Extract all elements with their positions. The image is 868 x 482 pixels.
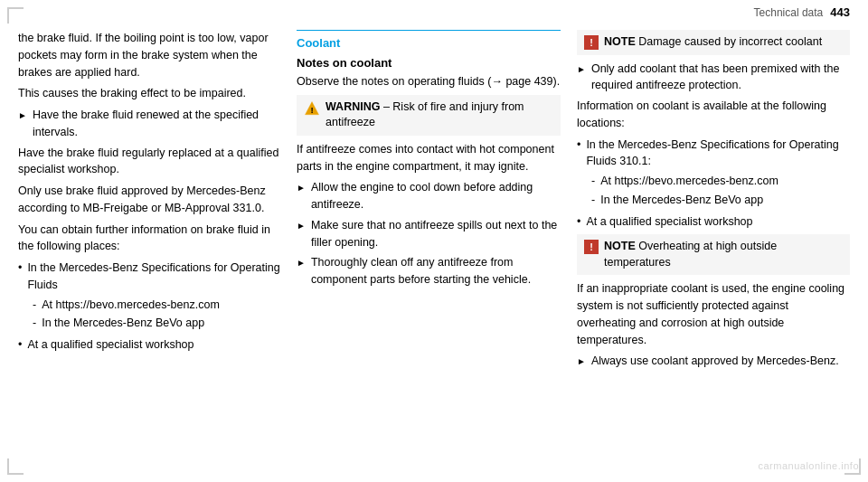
- r-dash-text-2: In the Mercedes-Benz BeVo app: [600, 192, 763, 209]
- corner-mark-tl: [7, 7, 24, 24]
- notes-text: Observe the notes on operating fluids (→…: [297, 73, 561, 90]
- antifreeze-text: If antifreeze comes into contact with ho…: [297, 141, 561, 175]
- r-dash-item-1: - At https://bevo.mercedes-benz.com: [591, 173, 850, 190]
- bullet-dot-2: •: [18, 336, 22, 354]
- content-area: the brake fluid. If the boiling point is…: [0, 23, 868, 472]
- middle-arrow-1: ► Allow the engine to cool down before a…: [297, 179, 561, 213]
- bullet-list-right: • In the Mercedes-Benz Specifications fo…: [577, 137, 850, 231]
- page-number: 443: [830, 5, 850, 19]
- warning-text: WARNING – Risk of fire and injury from a…: [326, 99, 553, 131]
- note-text-1: NOTE Damage caused by incorrect coolant: [604, 34, 822, 51]
- note-label-2: NOTE: [604, 240, 636, 252]
- info-text: Information on coolant is available at t…: [577, 98, 850, 132]
- r-dash-mark-2: -: [591, 192, 595, 209]
- warning-box: ! WARNING – Risk of fire and injury from…: [297, 95, 561, 136]
- header-bar: Technical data 443: [0, 0, 868, 23]
- note-box-2: ! NOTE Overheating at high outside tempe…: [577, 234, 850, 275]
- note-body-1: Damage caused by incorrect coolant: [638, 35, 822, 48]
- header-title: Technical data: [754, 6, 824, 19]
- dash-list-left: - At https://bevo.mercedes-benz.com - In…: [18, 297, 280, 333]
- bullet-text-2: At a qualified specialist workshop: [27, 336, 193, 354]
- corner-mark-bl: [7, 458, 24, 475]
- note-text-2: NOTE Overheating at high outside tempera…: [604, 239, 843, 270]
- dash-mark-2: -: [33, 315, 36, 332]
- r-bullet-item-1: • In the Mercedes-Benz Specifications fo…: [577, 137, 850, 171]
- r-dash-text-1: At https://bevo.mercedes-benz.com: [600, 173, 778, 190]
- arrow-icon-1: ►: [18, 109, 27, 122]
- r-dash-mark-1: -: [591, 173, 595, 190]
- arrow-item-1: ► Have the brake fluid renewed at the sp…: [18, 107, 280, 141]
- arrow-icon-m1: ►: [297, 181, 306, 194]
- para3: You can obtain further information on br…: [18, 222, 280, 256]
- right-arrow-text-1: Only add coolant that has been premixed …: [591, 61, 850, 95]
- bullet-text-1: In the Mercedes-Benz Specifications for …: [27, 260, 280, 294]
- middle-column: Coolant Notes on coolant Observe the not…: [289, 30, 561, 465]
- dash-text-1: At https://bevo.mercedes-benz.com: [42, 297, 220, 314]
- bullet-item-2: • At a qualified specialist workshop: [18, 336, 280, 354]
- middle-arrow-3: ► Thoroughly clean off any antifreeze fr…: [297, 254, 561, 288]
- arrow-icon-r1: ►: [577, 62, 586, 76]
- dash-text-2: In the Mercedes-Benz BeVo app: [42, 315, 204, 332]
- arrow-text-1: Have the brake fluid renewed at the spec…: [33, 107, 280, 141]
- note-icon-1: !: [584, 35, 599, 50]
- left-column: the brake fluid. If the boiling point is…: [18, 30, 280, 465]
- right-column: ! NOTE Damage caused by incorrect coolan…: [570, 30, 850, 465]
- arrow-icon-m3: ►: [297, 256, 306, 269]
- intro-text: the brake fluid. If the boiling point is…: [18, 30, 280, 80]
- middle-arrow-text-3: Thoroughly clean off any antifreeze from…: [311, 254, 561, 288]
- r-bullet-text-1: In the Mercedes-Benz Specifications for …: [586, 137, 850, 171]
- bullet-dot-1: •: [18, 260, 22, 277]
- middle-arrow-text-1: Allow the engine to cool down before add…: [311, 179, 561, 213]
- notes-heading: Notes on coolant: [297, 54, 561, 72]
- right-arrow-1: ► Only add coolant that has been premixe…: [577, 61, 850, 95]
- dash-mark-1: -: [33, 297, 36, 314]
- section-title-coolant: Coolant: [297, 34, 561, 52]
- right-arrow-text-2: Always use coolant approved by Mercedes-…: [591, 353, 839, 370]
- impaired-text: This causes the braking effect to be imp…: [18, 85, 280, 102]
- middle-arrow-2: ► Make sure that no antifreeze spills ou…: [297, 217, 561, 251]
- bullet-item-1: • In the Mercedes-Benz Specifications fo…: [18, 260, 280, 294]
- middle-arrow-text-2: Make sure that no antifreeze spills out …: [311, 217, 561, 251]
- para1: Have the brake fluid regularly replaced …: [18, 145, 280, 179]
- section-divider: [297, 30, 561, 31]
- bullet-list-left: • In the Mercedes-Benz Specifications fo…: [18, 260, 280, 354]
- r-bullet-text-2: At a qualified specialist workshop: [586, 213, 752, 231]
- dash-item-2: - In the Mercedes-Benz BeVo app: [33, 315, 280, 332]
- r-bullet-dot-2: •: [577, 213, 580, 231]
- para2: Only use brake fluid approved by Mercede…: [18, 183, 280, 217]
- inappropriate-text: If an inappropriate coolant is used, the…: [577, 280, 850, 348]
- r-dash-item-2: - In the Mercedes-Benz BeVo app: [591, 192, 850, 209]
- dash-list-right: - At https://bevo.mercedes-benz.com - In…: [577, 173, 850, 209]
- warning-triangle-icon: !: [304, 100, 320, 117]
- dash-item-1: - At https://bevo.mercedes-benz.com: [33, 297, 280, 314]
- svg-text:!: !: [310, 104, 313, 114]
- r-bullet-item-2: • At a qualified specialist workshop: [577, 213, 850, 231]
- r-bullet-dot-1: •: [577, 137, 580, 154]
- note-icon-2: !: [584, 240, 599, 254]
- warning-label: WARNING: [326, 100, 380, 113]
- arrow-icon-m2: ►: [297, 219, 306, 232]
- page-container: Technical data 443 the brake fluid. If t…: [0, 0, 868, 482]
- arrow-icon-r2: ►: [577, 354, 586, 368]
- warning-dash: –: [383, 100, 390, 113]
- right-arrow-2: ► Always use coolant approved by Mercede…: [577, 353, 850, 370]
- note-box-1: ! NOTE Damage caused by incorrect coolan…: [577, 30, 850, 55]
- note-label-1: NOTE: [604, 35, 636, 48]
- watermark: carmanualonline.info: [758, 460, 859, 471]
